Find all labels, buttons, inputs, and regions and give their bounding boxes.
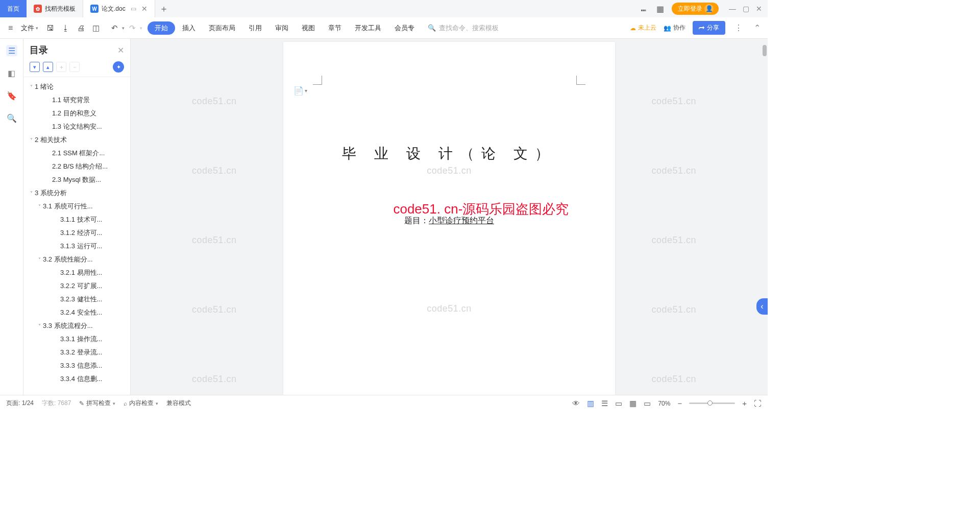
- layout-icon[interactable]: ⑉: [639, 4, 648, 13]
- outline-item[interactable]: ˅1 绪论: [28, 80, 128, 93]
- outline-item[interactable]: 3.3.3 信息添...: [28, 359, 128, 372]
- save-as-icon[interactable]: ⭳: [59, 21, 72, 35]
- undo-icon[interactable]: ↶: [108, 21, 121, 35]
- menu-插入[interactable]: 插入: [176, 23, 202, 33]
- redo-dropdown[interactable]: ▾: [140, 26, 142, 31]
- outline-item[interactable]: 3.2.4 安全性...: [28, 306, 128, 319]
- collab-button[interactable]: 👥协作: [664, 23, 685, 32]
- tab-templates[interactable]: ✿ 找稻壳模板: [27, 0, 83, 17]
- add-heading-icon[interactable]: ＋: [56, 62, 66, 72]
- zoom-minus-icon[interactable]: −: [677, 399, 682, 408]
- outline-item[interactable]: 3.2.3 健壮性...: [28, 293, 128, 306]
- outline-item[interactable]: ˅2 相关技术: [28, 133, 128, 147]
- cast-icon[interactable]: ▭: [131, 5, 136, 12]
- outline-item[interactable]: 3.3.4 信息删...: [28, 372, 128, 386]
- zoom-level[interactable]: 70%: [658, 400, 670, 407]
- menu-视图[interactable]: 视图: [296, 23, 321, 33]
- chevron-down-icon[interactable]: ˅: [36, 323, 43, 329]
- zoom-slider[interactable]: [689, 402, 735, 404]
- contentcheck-toggle[interactable]: ⌕内容检查▾: [124, 399, 158, 408]
- outline-item[interactable]: 1.1 研究背景: [28, 93, 128, 107]
- web-view-icon[interactable]: ▭: [615, 399, 622, 408]
- remove-heading-icon[interactable]: －: [69, 62, 80, 72]
- menu-开发工具[interactable]: 开发工具: [349, 23, 387, 33]
- outline-close-icon[interactable]: ✕: [117, 45, 124, 55]
- outline-item[interactable]: 3.3.1 操作流...: [28, 333, 128, 346]
- search-rail-icon[interactable]: 🔍: [6, 112, 17, 124]
- undo-dropdown[interactable]: ▾: [122, 26, 125, 31]
- zoom-out-icon[interactable]: ▭: [644, 399, 651, 408]
- outline-item[interactable]: ˅3.2 系统性能分...: [28, 253, 128, 266]
- save-icon[interactable]: 🖫: [43, 21, 57, 35]
- command-search[interactable]: 🔍 查找命令、搜索模板: [428, 23, 499, 33]
- compat-mode[interactable]: 兼容模式: [166, 399, 191, 408]
- share-button[interactable]: ⮫分享: [693, 21, 725, 35]
- document-canvas[interactable]: code51.cn code51.cn code51.cn code51.cn …: [131, 39, 768, 395]
- page-options-icon[interactable]: 📄▾: [293, 86, 307, 96]
- menu-章节[interactable]: 章节: [322, 23, 348, 33]
- file-menu[interactable]: 文件▾: [18, 23, 41, 33]
- zoom-plus-icon[interactable]: +: [742, 399, 747, 408]
- minimize-button[interactable]: —: [729, 5, 736, 13]
- read-view-icon[interactable]: ▦: [629, 399, 636, 408]
- outline-item[interactable]: 3.3.2 登录流...: [28, 346, 128, 359]
- login-button[interactable]: 立即登录 👤: [672, 3, 719, 15]
- menu-页面布局[interactable]: 页面布局: [203, 23, 241, 33]
- cloud-status[interactable]: ☁未上云: [630, 23, 656, 32]
- apps-icon[interactable]: ▦: [655, 4, 665, 13]
- new-tab-button[interactable]: ＋: [155, 3, 173, 15]
- redo-icon[interactable]: ↷: [126, 21, 139, 35]
- outline-item[interactable]: 2.3 Mysql 数据...: [28, 173, 128, 186]
- menu-引用[interactable]: 引用: [242, 23, 268, 33]
- collapse-all-icon[interactable]: ▾: [30, 62, 40, 72]
- word-count[interactable]: 字数: 7687: [42, 399, 71, 408]
- spellcheck-toggle[interactable]: ✎拼写检查▾: [79, 399, 115, 408]
- outline-item[interactable]: 3.1.2 经济可...: [28, 226, 128, 240]
- outline-item[interactable]: 1.3 论文结构安...: [28, 120, 128, 133]
- outline-rail-icon[interactable]: ☰: [6, 45, 17, 56]
- collapse-ribbon-icon[interactable]: ⌃: [752, 23, 763, 33]
- tab-home[interactable]: 首页: [0, 0, 27, 17]
- outline-item[interactable]: ˅3 系统分析: [28, 186, 128, 200]
- outline-item[interactable]: 3.2.2 可扩展...: [28, 279, 128, 293]
- vertical-scrollbar[interactable]: [761, 39, 768, 395]
- side-float-button[interactable]: ‹: [756, 298, 768, 315]
- zoom-knob[interactable]: [707, 400, 713, 406]
- hamburger-icon[interactable]: ≡: [5, 23, 16, 33]
- bookmark-rail-icon[interactable]: 🔖: [6, 90, 17, 101]
- outline-item[interactable]: ˅3.3 系统流程分...: [28, 319, 128, 333]
- outline-item[interactable]: 2.1 SSM 框架介...: [28, 147, 128, 160]
- chevron-down-icon[interactable]: ˅: [36, 257, 43, 263]
- menu-审阅[interactable]: 审阅: [269, 23, 295, 33]
- outline-item[interactable]: ˅3.1 系统可行性...: [28, 200, 128, 213]
- maximize-button[interactable]: ▢: [742, 5, 749, 13]
- expand-all-icon[interactable]: ▴: [43, 62, 53, 72]
- outline-item[interactable]: 3.1.3 运行可...: [28, 240, 128, 253]
- page-view-icon[interactable]: ▥: [587, 399, 594, 408]
- menu-开始[interactable]: 开始: [148, 21, 175, 35]
- outline-item[interactable]: 2.2 B/S 结构介绍...: [28, 160, 128, 173]
- outline-item[interactable]: 1.2 目的和意义: [28, 107, 128, 120]
- close-icon[interactable]: ✕: [141, 5, 148, 13]
- page-indicator[interactable]: 页面: 1/24: [6, 399, 34, 408]
- chevron-down-icon[interactable]: ˅: [28, 191, 35, 196]
- more-icon[interactable]: ⋮: [732, 23, 745, 33]
- close-window-button[interactable]: ✕: [755, 5, 763, 13]
- chevron-down-icon[interactable]: ˅: [28, 84, 35, 90]
- chevron-down-icon[interactable]: ˅: [36, 204, 43, 209]
- scrollbar-thumb[interactable]: [763, 45, 767, 56]
- fullscreen-icon[interactable]: ⛶: [754, 399, 762, 408]
- ai-assistant-icon[interactable]: ✦: [113, 61, 124, 73]
- menu-会员专[interactable]: 会员专: [388, 23, 421, 33]
- nav-rail-icon[interactable]: ◧: [6, 67, 17, 79]
- outline-item[interactable]: 3.2.1 易用性...: [28, 266, 128, 279]
- eye-icon[interactable]: 👁: [572, 399, 580, 408]
- tab-document[interactable]: W 论文.doc ▭ ✕: [83, 0, 155, 17]
- outline-view-icon[interactable]: ☰: [601, 399, 608, 408]
- outline-tree[interactable]: ˅1 绪论 1.1 研究背景 1.2 目的和意义 1.3 论文结构安...˅2 …: [23, 77, 130, 395]
- outline-item[interactable]: 3.1.1 技术可...: [28, 213, 128, 226]
- print-icon[interactable]: 🖨: [74, 21, 87, 35]
- search-placeholder: 查找命令、搜索模板: [439, 23, 499, 33]
- chevron-down-icon[interactable]: ˅: [28, 137, 35, 143]
- print-preview-icon[interactable]: ◫: [89, 21, 103, 35]
